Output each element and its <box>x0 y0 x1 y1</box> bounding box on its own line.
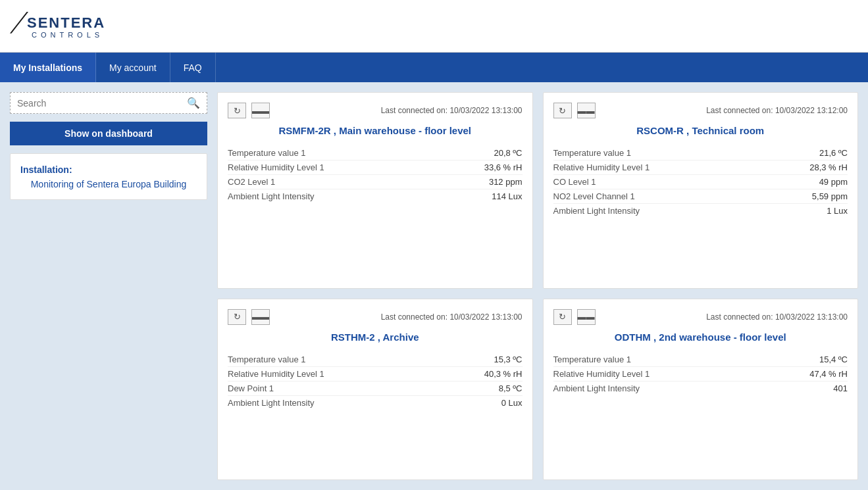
card-2-row-4-label: NO2 Level Channel 1 <box>553 191 635 201</box>
card-4-row-3-value: 401 <box>795 383 848 393</box>
card-1-row-2-label: Relative Humidity Level 1 <box>228 162 324 172</box>
logo: ╱ SENTERA CONTROLS <box>13 14 105 39</box>
card-3-row-2-label: Relative Humidity Level 1 <box>228 369 324 379</box>
card-4-timestamp: Last connected on: 10/03/2022 13:13:00 <box>706 312 848 322</box>
main-nav: My Installations My account FAQ <box>0 53 868 82</box>
card-2-row-5-label: Ambient Light Intensity <box>553 206 640 216</box>
sensor-card-3: ↻▬▬Last connected on: 10/03/2022 13:13:0… <box>217 299 533 481</box>
card-3-row-1: Temperature value 115,3 ºC <box>228 353 523 367</box>
logo-sentera: SENTERA <box>27 14 105 32</box>
card-2-row-5-value: 1 Lux <box>795 206 848 216</box>
card-2-refresh-button[interactable]: ↻ <box>553 103 572 118</box>
show-on-dashboard-button[interactable]: Show on dashboard <box>10 122 207 145</box>
sidebar: 🔍 Show on dashboard Installation: Monito… <box>10 92 207 480</box>
card-2-chart-button[interactable]: ▬▬ <box>577 103 596 118</box>
card-1-row-4: Ambient Light Intensity114 Lux <box>228 189 523 203</box>
sensor-card-1: ↻▬▬Last connected on: 10/03/2022 13:13:0… <box>217 92 533 289</box>
card-4-row-3: Ambient Light Intensity401 <box>553 381 848 395</box>
card-2-row-4: NO2 Level Channel 15,59 ppm <box>553 189 848 204</box>
card-2-row-2-value: 28,3 % rH <box>795 162 848 172</box>
card-4-row-1: Temperature value 115,4 ºC <box>553 353 848 367</box>
logo-slash: ╱ <box>11 14 27 32</box>
logo-controls: CONTROLS <box>32 31 103 39</box>
card-1-timestamp: Last connected on: 10/03/2022 13:13:00 <box>381 106 523 115</box>
card-3-row-3-label: Dew Point 1 <box>228 383 274 393</box>
header: ╱ SENTERA CONTROLS <box>0 0 868 53</box>
card-3-icons: ↻▬▬ <box>228 309 270 325</box>
card-3-timestamp: Last connected on: 10/03/2022 13:13:00 <box>381 312 523 322</box>
card-2-row-3-label: CO Level 1 <box>553 177 596 187</box>
card-1-title: RSMFM-2R , Main warehouse - floor level <box>228 125 523 136</box>
card-2-row-2: Relative Humidity Level 128,3 % rH <box>553 160 848 175</box>
card-4-row-2-value: 47,4 % rH <box>795 369 848 379</box>
card-1-header: ↻▬▬Last connected on: 10/03/2022 13:13:0… <box>228 103 523 118</box>
card-3-title: RSTHM-2 , Archive <box>228 331 523 343</box>
cards-grid: ↻▬▬Last connected on: 10/03/2022 13:13:0… <box>217 92 858 480</box>
card-3-row-3: Dew Point 18,5 ºC <box>228 381 523 396</box>
card-3-chart-button[interactable]: ▬▬ <box>251 309 270 325</box>
card-1-icons: ↻▬▬ <box>228 103 270 118</box>
search-button[interactable]: 🔍 <box>187 97 200 109</box>
card-3-row-4-label: Ambient Light Intensity <box>228 398 315 408</box>
card-3-row-4: Ambient Light Intensity0 Lux <box>228 396 523 410</box>
sensor-card-4: ↻▬▬Last connected on: 10/03/2022 13:13:0… <box>543 299 859 481</box>
card-2-row-5: Ambient Light Intensity1 Lux <box>553 204 848 218</box>
nav-my-installations[interactable]: My Installations <box>0 53 96 82</box>
card-2-row-3-value: 49 ppm <box>795 177 848 187</box>
installation-name: Monitoring of Sentera Europa Building <box>20 179 197 189</box>
card-2-row-1-label: Temperature value 1 <box>553 148 632 158</box>
card-3-row-4-value: 0 Lux <box>470 398 523 408</box>
card-2-header: ↻▬▬Last connected on: 10/03/2022 13:12:0… <box>553 103 848 118</box>
card-2-title: RSCOM-R , Technical room <box>553 125 848 136</box>
card-3-row-3-value: 8,5 ºC <box>470 383 523 393</box>
card-2-row-2-label: Relative Humidity Level 1 <box>553 162 650 172</box>
card-1-row-2-value: 33,6 % rH <box>470 162 523 172</box>
search-input[interactable] <box>17 98 183 109</box>
card-1-chart-button[interactable]: ▬▬ <box>251 103 270 118</box>
card-4-row-3-label: Ambient Light Intensity <box>553 383 640 393</box>
card-1-row-4-value: 114 Lux <box>470 191 523 201</box>
card-3-refresh-button[interactable]: ↻ <box>228 309 246 325</box>
card-4-icons: ↻▬▬ <box>553 309 596 325</box>
card-2-timestamp: Last connected on: 10/03/2022 13:12:00 <box>706 106 848 115</box>
card-2-icons: ↻▬▬ <box>553 103 596 118</box>
installation-label: Installation: Monitoring of Sentera Euro… <box>20 164 197 189</box>
card-4-chart-button[interactable]: ▬▬ <box>577 309 596 325</box>
card-1-row-2: Relative Humidity Level 133,6 % rH <box>228 160 523 175</box>
nav-my-account[interactable]: My account <box>96 53 170 82</box>
card-2-row-1-value: 21,6 ºC <box>795 148 848 158</box>
card-1-row-1-value: 20,8 ºC <box>470 148 523 158</box>
card-1-row-3-value: 312 ppm <box>470 177 523 187</box>
card-3-row-2-value: 40,3 % rH <box>470 369 523 379</box>
card-1-row-1: Temperature value 120,8 ºC <box>228 146 523 160</box>
card-1-row-3-label: CO2 Level 1 <box>228 177 275 187</box>
card-2-row-4-value: 5,59 ppm <box>795 191 848 201</box>
sensor-card-2: ↻▬▬Last connected on: 10/03/2022 13:12:0… <box>543 92 859 289</box>
card-4-row-1-value: 15,4 ºC <box>795 355 848 364</box>
card-4-title: ODTHM , 2nd warehouse - floor level <box>553 331 848 343</box>
card-4-row-2-label: Relative Humidity Level 1 <box>553 369 650 379</box>
card-4-header: ↻▬▬Last connected on: 10/03/2022 13:13:0… <box>553 309 848 325</box>
card-1-refresh-button[interactable]: ↻ <box>228 103 246 118</box>
card-4-refresh-button[interactable]: ↻ <box>553 309 572 325</box>
card-3-row-2: Relative Humidity Level 140,3 % rH <box>228 367 523 381</box>
card-4-row-2: Relative Humidity Level 147,4 % rH <box>553 367 848 381</box>
card-3-row-1-value: 15,3 ºC <box>470 355 523 364</box>
card-2-row-3: CO Level 149 ppm <box>553 175 848 189</box>
installation-prefix: Installation: <box>20 164 72 175</box>
nav-faq[interactable]: FAQ <box>170 53 216 82</box>
card-3-row-1-label: Temperature value 1 <box>228 355 306 364</box>
card-2-row-1: Temperature value 121,6 ºC <box>553 146 848 160</box>
card-1-row-3: CO2 Level 1312 ppm <box>228 175 523 189</box>
installation-card: Installation: Monitoring of Sentera Euro… <box>10 153 207 200</box>
card-1-row-1-label: Temperature value 1 <box>228 148 306 158</box>
content-area: 🔍 Show on dashboard Installation: Monito… <box>0 82 868 490</box>
card-3-header: ↻▬▬Last connected on: 10/03/2022 13:13:0… <box>228 309 523 325</box>
search-box: 🔍 <box>10 92 207 114</box>
card-4-row-1-label: Temperature value 1 <box>553 355 632 364</box>
card-1-row-4-label: Ambient Light Intensity <box>228 191 315 201</box>
